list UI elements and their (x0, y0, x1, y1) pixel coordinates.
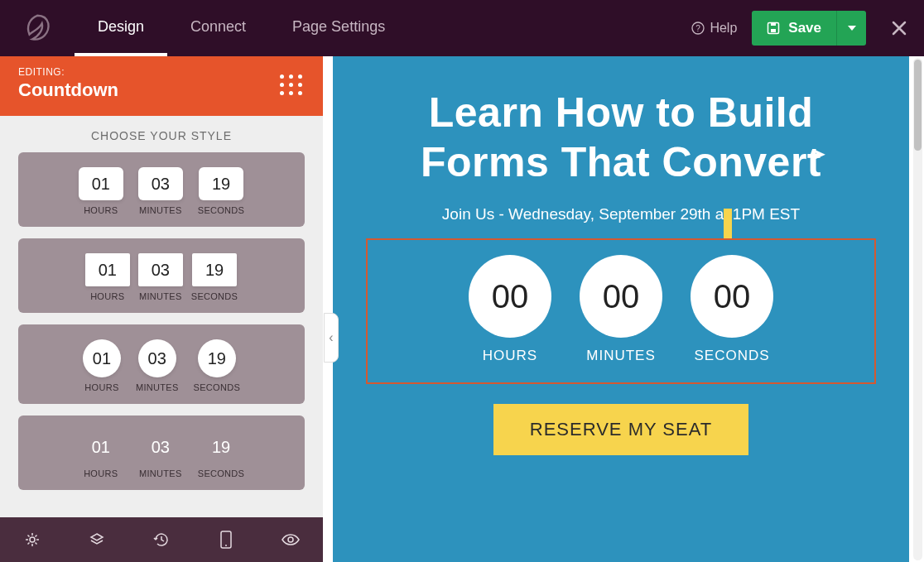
time-unit: 03MINUTES (138, 430, 183, 478)
time-unit: 19SECONDS (198, 167, 245, 215)
time-label: SECONDS (198, 205, 245, 215)
save-group: Save (752, 11, 866, 46)
scrollbar-thumb[interactable] (914, 60, 922, 151)
time-label: HOURS (84, 468, 118, 478)
chevron-down-icon (848, 26, 856, 31)
style-option-plain[interactable]: 01HOURS 03MINUTES 19SECONDS (18, 415, 305, 490)
svg-point-7 (225, 545, 227, 546)
time-label: MINUTES (139, 291, 182, 301)
layers-icon[interactable] (87, 530, 107, 550)
topbar: Design Connect Page Settings ? Help Save (0, 0, 924, 56)
svg-rect-3 (771, 29, 776, 32)
nav-connect-label: Connect (190, 18, 246, 36)
time-unit: 01HOURS (85, 253, 130, 301)
time-value: 03 (138, 167, 183, 200)
time-value: 19 (199, 430, 243, 464)
drag-handle-icon[interactable] (280, 74, 303, 95)
close-button[interactable] (891, 20, 907, 36)
time-unit: 03MINUTES (136, 339, 179, 392)
app-logo (17, 7, 58, 49)
time-value: 01 (83, 339, 121, 377)
time-label: MINUTES (139, 468, 182, 478)
time-value: 03 (138, 253, 183, 286)
time-unit: 01HOURS (83, 339, 121, 392)
preview-icon[interactable] (281, 530, 301, 550)
time-value: 19 (199, 167, 243, 200)
settings-icon[interactable] (22, 530, 42, 550)
time-unit: 01HOURS (79, 167, 123, 215)
close-icon (891, 20, 907, 36)
save-button[interactable]: Save (752, 11, 836, 46)
time-unit: 03MINUTES (138, 167, 183, 215)
main: EDITING: Countdown CHOOSE YOUR STYLE 01H… (0, 56, 924, 562)
cta-button[interactable]: RESERVE MY SEAT (493, 404, 748, 455)
time-label: HOURS (84, 205, 118, 215)
time-label: SECONDS (191, 291, 238, 301)
time-label: MINUTES (139, 205, 182, 215)
countdown-unit-seconds: 00SECONDS (691, 255, 773, 364)
style-heading: CHOOSE YOUR STYLE (0, 116, 323, 152)
time-label: SECONDS (198, 468, 245, 478)
chevron-left-icon: ‹ (329, 330, 333, 345)
countdown-label: MINUTES (586, 348, 656, 364)
nav-connect[interactable]: Connect (167, 0, 269, 56)
top-nav: Design Connect Page Settings (75, 0, 408, 56)
countdown-label: HOURS (483, 348, 537, 364)
canvas-wrap: ‹ Learn How to Build Forms That Convert … (323, 56, 924, 562)
save-label: Save (788, 20, 821, 36)
nav-page-settings-label: Page Settings (292, 18, 385, 36)
time-label: SECONDS (194, 382, 241, 392)
save-dropdown[interactable] (836, 11, 866, 46)
topbar-right: ? Help Save (691, 11, 907, 46)
time-unit: 03MINUTES (138, 253, 183, 301)
time-unit: 19SECONDS (198, 430, 245, 478)
svg-point-8 (288, 537, 293, 542)
countdown-element-selected[interactable]: 00HOURS 00MINUTES 00SECONDS (366, 238, 876, 384)
time-label: HOURS (84, 382, 118, 392)
help-label: Help (710, 21, 737, 36)
sidebar-footer (0, 517, 323, 562)
editing-label: EDITING: (18, 66, 305, 78)
countdown-unit-hours: 00HOURS (469, 255, 551, 364)
scrollbar[interactable] (913, 58, 922, 560)
help-link[interactable]: ? Help (691, 21, 737, 36)
time-value: 01 (79, 430, 123, 464)
style-option-circle[interactable]: 01HOURS 03MINUTES 19SECONDS (18, 324, 305, 404)
editing-title: Countdown (18, 79, 305, 101)
time-value: 03 (138, 339, 176, 377)
subheadline[interactable]: Join Us - Wednesday, September 29th at 1… (442, 205, 800, 223)
time-label: HOURS (90, 291, 124, 301)
nav-design[interactable]: Design (75, 0, 167, 56)
svg-point-5 (30, 537, 35, 542)
mobile-preview-icon[interactable] (216, 530, 236, 550)
time-unit: 01HOURS (79, 430, 123, 478)
time-value: 01 (79, 167, 123, 200)
time-unit: 19SECONDS (194, 339, 241, 392)
history-icon[interactable] (152, 530, 171, 550)
time-value: 19 (198, 339, 236, 377)
sidebar: EDITING: Countdown CHOOSE YOUR STYLE 01H… (0, 56, 323, 562)
save-icon (767, 22, 780, 35)
countdown-label: SECONDS (694, 348, 769, 364)
time-value: 01 (85, 253, 130, 286)
svg-rect-4 (771, 23, 776, 26)
help-icon: ? (691, 22, 705, 35)
editing-header: EDITING: Countdown (0, 56, 323, 116)
collapse-sidebar-button[interactable]: ‹ (324, 313, 339, 363)
headline[interactable]: Learn How to Build Forms That Convert (366, 88, 876, 187)
time-unit: 19SECONDS (191, 253, 238, 301)
style-list: 01HOURS 03MINUTES 19SECONDS 01HOURS 03MI… (0, 152, 323, 517)
page-canvas[interactable]: Learn How to Build Forms That Convert ➤ … (333, 56, 909, 562)
style-option-square-box[interactable]: 01HOURS 03MINUTES 19SECONDS (18, 238, 305, 313)
style-option-rounded-box[interactable]: 01HOURS 03MINUTES 19SECONDS (18, 152, 305, 227)
countdown-value: 00 (469, 255, 551, 338)
time-value: 19 (192, 253, 237, 286)
countdown-value: 00 (580, 255, 662, 338)
time-value: 03 (138, 430, 183, 464)
nav-page-settings[interactable]: Page Settings (269, 0, 408, 56)
text-caret (724, 209, 732, 238)
time-label: MINUTES (136, 382, 179, 392)
svg-text:?: ? (696, 24, 701, 33)
countdown-value: 00 (691, 255, 773, 338)
countdown-unit-minutes: 00MINUTES (580, 255, 662, 364)
